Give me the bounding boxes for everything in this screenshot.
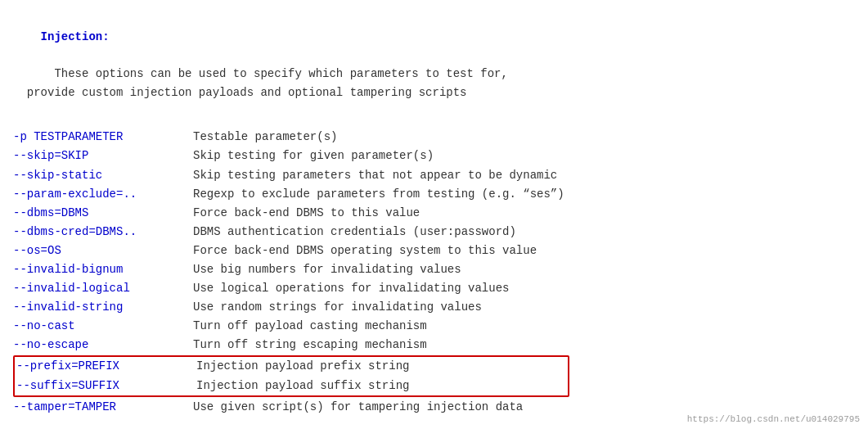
- option-name: --os=OS: [13, 242, 193, 260]
- section-header: Injection:: [41, 30, 110, 43]
- description-text: These options can be used to specify whi…: [13, 67, 508, 98]
- option-name: --invalid-logical: [13, 279, 193, 298]
- option-name: --skip=SKIP: [13, 147, 193, 165]
- option-desc: Use random strings for invalidating valu…: [193, 298, 855, 317]
- option-name: --invalid-bignum: [13, 260, 193, 279]
- highlighted-block: --prefix=PREFIX Injection payload prefix…: [13, 355, 569, 396]
- option-line: --invalid-string Use random strings for …: [13, 298, 855, 317]
- option-name: --prefix=PREFIX: [16, 357, 196, 376]
- option-name: --no-escape: [13, 336, 193, 354]
- option-line: --skip=SKIP Skip testing for given param…: [13, 147, 855, 165]
- option-line: --dbms=DBMS Force back-end DBMS to this …: [13, 204, 855, 223]
- option-name: --no-cast: [13, 317, 193, 336]
- option-name: --invalid-string: [13, 298, 193, 317]
- option-name: --dbms-cred=DBMS..: [13, 223, 193, 242]
- option-desc: Injection payload prefix string: [196, 357, 566, 376]
- watermark: https://blog.csdn.net/u014029795: [687, 414, 860, 424]
- option-line: --invalid-bignum Use big numbers for inv…: [13, 260, 855, 279]
- option-line-prefix: --prefix=PREFIX Injection payload prefix…: [15, 357, 568, 376]
- option-desc: Turn off payload casting mechanism: [193, 317, 855, 336]
- option-line: --param-exclude=.. Regexp to exclude par…: [13, 185, 855, 204]
- options-list: -p TESTPARAMETER Testable parameter(s) -…: [13, 128, 855, 416]
- option-line: --skip-static Skip testing parameters th…: [13, 166, 855, 185]
- option-line: --os=OS Force back-end DBMS operating sy…: [13, 242, 855, 260]
- option-desc: Force back-end DBMS operating system to …: [193, 242, 855, 260]
- option-name: --tamper=TAMPER: [13, 398, 193, 417]
- option-desc: Skip testing for given parameter(s): [193, 147, 855, 165]
- option-desc: Injection payload suffix string: [196, 377, 566, 395]
- option-desc: Turn off string escaping mechanism: [193, 336, 855, 354]
- terminal-output: Injection: These options can be used to …: [0, 0, 868, 429]
- option-name: --suffix=SUFFIX: [16, 377, 196, 395]
- option-line: --invalid-logical Use logical operations…: [13, 279, 855, 298]
- option-desc: Force back-end DBMS to this value: [193, 204, 855, 223]
- option-desc: Skip testing parameters that not appear …: [193, 166, 855, 185]
- option-name: --dbms=DBMS: [13, 204, 193, 223]
- option-line: --dbms-cred=DBMS.. DBMS authentication c…: [13, 223, 855, 242]
- option-name: -p TESTPARAMETER: [13, 128, 193, 147]
- option-desc: Use big numbers for invalidating values: [193, 260, 855, 279]
- code-content: Injection: These options can be used to …: [13, 10, 855, 120]
- option-line: --no-escape Turn off string escaping mec…: [13, 336, 855, 354]
- option-name: --skip-static: [13, 166, 193, 185]
- option-desc: DBMS authentication credentials (user:pa…: [193, 223, 855, 242]
- option-desc: Testable parameter(s): [193, 128, 855, 147]
- option-line-suffix: --suffix=SUFFIX Injection payload suffix…: [15, 377, 568, 395]
- option-line: -p TESTPARAMETER Testable parameter(s): [13, 128, 855, 147]
- option-name: --param-exclude=..: [13, 185, 193, 204]
- option-desc: Regexp to exclude parameters from testin…: [193, 185, 855, 204]
- option-line: --no-cast Turn off payload casting mecha…: [13, 317, 855, 336]
- option-desc: Use logical operations for invalidating …: [193, 279, 855, 298]
